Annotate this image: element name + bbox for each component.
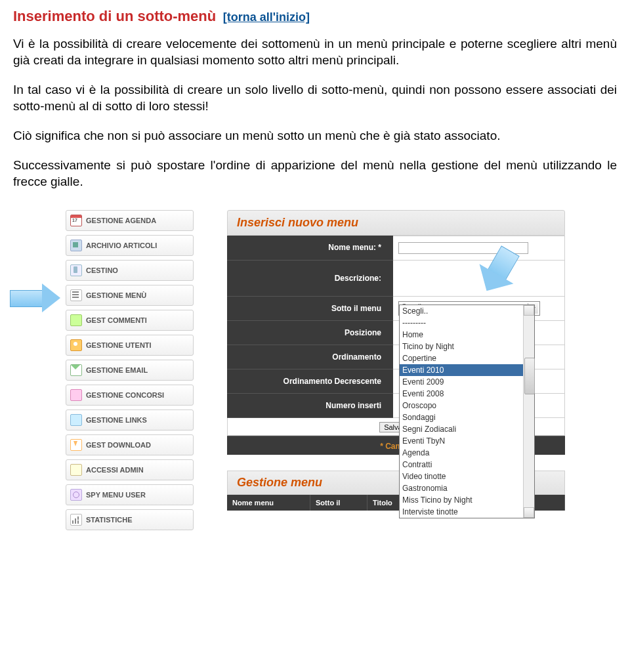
link-icon bbox=[70, 414, 82, 426]
link-torna-inizio[interactable]: [torna all'inizio] bbox=[223, 10, 310, 24]
sidebar-item-label: ARCHIVIO ARTICOLI bbox=[86, 242, 157, 249]
download-icon bbox=[70, 439, 82, 451]
sidebar-item-accessi[interactable]: ACCESSI ADMIN bbox=[66, 459, 194, 480]
comment-icon bbox=[70, 314, 82, 326]
sidebar-item-label: SPY MENU USER bbox=[86, 491, 146, 499]
stats-icon bbox=[70, 514, 82, 526]
sidebar-item-label: GESTIONE EMAIL bbox=[86, 366, 148, 374]
mail-icon bbox=[70, 364, 82, 376]
sidebar-item-agenda[interactable]: GESTIONE AGENDA bbox=[66, 210, 194, 231]
scroll-down-button[interactable] bbox=[524, 507, 534, 518]
sidebar-item-label: GESTIONE AGENDA bbox=[86, 217, 156, 224]
sidebar-item-label: GESTIONE UTENTI bbox=[86, 341, 152, 349]
label-ord-desc: Ordinamento Decrescente bbox=[227, 369, 393, 393]
sidebar-item-label: GESTIONE MENÙ bbox=[86, 291, 146, 299]
heading-row: Inserimento di un sotto-menù [torna all'… bbox=[13, 8, 617, 25]
sidebar-item-archivio[interactable]: ARCHIVIO ARTICOLI bbox=[66, 235, 194, 256]
arrow-pointer-left bbox=[10, 284, 61, 312]
sidebar-item-concorsi[interactable]: GESTIONE CONCORSI bbox=[66, 385, 194, 406]
dropdown-option[interactable]: Eventi TbyN bbox=[400, 435, 534, 447]
sidebar-item-label: GEST COMMENTI bbox=[86, 316, 147, 324]
users-icon bbox=[70, 339, 82, 351]
sidebar-item-label: GEST DOWNLOAD bbox=[86, 441, 151, 449]
label-descrizione: Descrizione: bbox=[227, 260, 393, 296]
trash-icon bbox=[70, 264, 82, 276]
dropdown-option[interactable]: Segni Zodiacali bbox=[400, 423, 534, 435]
admin-sidebar: GESTIONE AGENDA ARCHIVIO ARTICOLI CESTIN… bbox=[66, 210, 194, 534]
admin-main: Inserisci nuovo menu Nome menu: * Descri… bbox=[227, 210, 565, 511]
sidebar-item-label: ACCESSI ADMIN bbox=[86, 466, 144, 474]
label-numero-inserti: Numero inserti bbox=[227, 393, 393, 417]
sidebar-item-label: STATISTICHE bbox=[86, 516, 132, 524]
sidebar-item-statistiche[interactable]: STATISTICHE bbox=[66, 509, 194, 530]
menu-icon bbox=[70, 289, 82, 301]
scroll-up-button[interactable] bbox=[524, 305, 534, 316]
sidebar-item-download[interactable]: GEST DOWNLOAD bbox=[66, 434, 194, 455]
heading-title: Inserimento di un sotto-menù bbox=[13, 8, 216, 24]
sidebar-item-utenti[interactable]: GESTIONE UTENTI bbox=[66, 335, 194, 356]
document-body: Inserimento di un sotto-menù [torna all'… bbox=[0, 0, 630, 551]
spy-icon bbox=[70, 489, 82, 501]
label-posizione: Posizione bbox=[227, 320, 393, 345]
dropdown-option[interactable]: Eventi 2009 bbox=[400, 376, 534, 388]
sidebar-item-label: GESTIONE LINKS bbox=[86, 416, 147, 424]
sidebar-item-email[interactable]: GESTIONE EMAIL bbox=[66, 360, 194, 381]
sidebar-item-commenti[interactable]: GEST COMMENTI bbox=[66, 310, 194, 331]
dropdown-option[interactable]: Contratti bbox=[400, 459, 534, 471]
dropdown-sotto-menu-open[interactable]: Scegli..---------HomeTicino by NightCope… bbox=[399, 304, 535, 518]
panel-title-insert: Inserisci nuovo menu bbox=[227, 210, 565, 236]
dropdown-option[interactable]: Sondaggi bbox=[400, 411, 534, 423]
dropdown-option[interactable]: --------- bbox=[400, 317, 534, 329]
contest-icon bbox=[70, 389, 82, 401]
sidebar-item-gestione-menu[interactable]: GESTIONE MENÙ bbox=[66, 285, 194, 306]
sidebar-item-label: GESTIONE CONCORSI bbox=[86, 391, 164, 399]
paragraph-4: Successivamente si può spostare l'ordine… bbox=[13, 157, 617, 190]
label-sotto-menu: Sotto il menu bbox=[227, 296, 393, 320]
label-ordinamento: Ordinamento bbox=[227, 345, 393, 369]
sidebar-item-spy[interactable]: SPY MENU USER bbox=[66, 484, 194, 505]
scroll-thumb[interactable] bbox=[524, 358, 535, 394]
dropdown-option[interactable]: Gastronomia bbox=[400, 482, 534, 494]
paragraph-3: Ciò significa che non si può associare u… bbox=[13, 127, 617, 144]
dropdown-option[interactable]: Scegli.. bbox=[400, 305, 534, 317]
col-sotto-il: Sotto il bbox=[310, 495, 368, 511]
dropdown-scrollbar[interactable] bbox=[523, 305, 534, 518]
key-icon bbox=[70, 464, 82, 476]
col-nome-menu: Nome menu bbox=[227, 495, 310, 511]
dropdown-option[interactable]: Copertine bbox=[400, 352, 534, 364]
paragraph-1: Vi è la possibilità di creare velocement… bbox=[13, 35, 617, 68]
paragraph-2: In tal caso vi è la possibilità di crear… bbox=[13, 81, 617, 114]
dropdown-option[interactable]: Miss Ticino by Night bbox=[400, 494, 534, 506]
field-nome-menu bbox=[393, 236, 565, 260]
sidebar-item-cestino[interactable]: CESTINO bbox=[66, 260, 194, 281]
archive-icon bbox=[70, 240, 82, 251]
calendar-icon bbox=[70, 215, 82, 226]
dropdown-option[interactable]: Eventi 2010 bbox=[400, 364, 534, 376]
dropdown-option[interactable]: Interviste tinotte bbox=[400, 506, 534, 518]
dropdown-option[interactable]: Agenda bbox=[400, 447, 534, 459]
dropdown-option[interactable]: Oroscopo bbox=[400, 400, 534, 411]
dropdown-option[interactable]: Video tinotte bbox=[400, 471, 534, 482]
sidebar-item-links[interactable]: GESTIONE LINKS bbox=[66, 410, 194, 430]
sidebar-item-label: CESTINO bbox=[86, 266, 118, 274]
admin-screenshot: GESTIONE AGENDA ARCHIVIO ARTICOLI CESTIN… bbox=[66, 210, 591, 551]
label-nome-menu: Nome menu: * bbox=[227, 236, 393, 260]
dropdown-option[interactable]: Ticino by Night bbox=[400, 341, 534, 352]
dropdown-option[interactable]: Home bbox=[400, 329, 534, 341]
dropdown-option[interactable]: Eventi 2008 bbox=[400, 388, 534, 400]
